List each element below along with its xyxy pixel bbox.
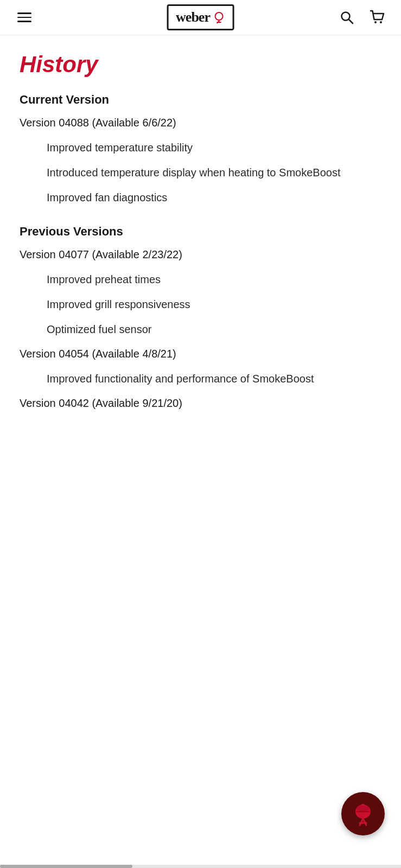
version-04088-label: Version 04088 (Available 6/6/22) [20,117,381,129]
list-item: Improved functionality and performance o… [47,371,381,386]
version-04054-label: Version 04054 (Available 4/8/21) [20,348,381,360]
hamburger-icon [15,10,34,24]
version-block-04042: Version 04042 (Available 9/21/20) [20,397,381,410]
version-04054-bullets: Improved functionality and performance o… [20,371,381,386]
version-04042-label: Version 04042 (Available 9/21/20) [20,397,381,410]
svg-line-3 [217,21,219,23]
logo-box: weber [167,4,234,30]
scrollbar-thumb [0,865,132,868]
fab-chat-button[interactable] [341,792,385,835]
svg-rect-13 [361,804,365,806]
fab-grill-icon [351,801,375,826]
version-04077-label: Version 04077 (Available 2/23/22) [20,248,381,261]
current-version-section: Current Version Version 04088 (Available… [20,93,381,205]
list-item: Improved preheat times [47,272,381,287]
main-content: History Current Version Version 04088 (A… [0,35,401,453]
previous-versions-section: Previous Versions Version 04077 (Availab… [20,225,381,410]
svg-line-10 [363,819,366,825]
header: weber [0,0,401,35]
svg-point-0 [215,12,223,20]
cart-button[interactable] [367,8,388,27]
version-block-04088: Version 04088 (Available 6/6/22) Improve… [20,117,381,205]
logo: weber [167,4,234,30]
list-item: Improved fan diagnostics [47,190,381,205]
svg-point-12 [357,806,370,811]
search-icon [339,10,354,25]
search-button[interactable] [337,8,357,27]
current-version-heading: Current Version [20,93,381,107]
svg-point-7 [380,21,382,23]
list-item: Improved grill responsiveness [47,297,381,312]
cart-icon [370,10,386,25]
version-04088-bullets: Improved temperature stability Introduce… [20,140,381,205]
svg-point-6 [374,21,377,23]
list-item: Improved temperature stability [47,140,381,155]
svg-point-14 [355,811,371,813]
previous-versions-heading: Previous Versions [20,225,381,239]
version-04077-bullets: Improved preheat times Improved grill re… [20,272,381,337]
svg-line-5 [349,20,353,23]
version-block-04054: Version 04054 (Available 4/8/21) Improve… [20,348,381,386]
svg-line-9 [360,819,363,825]
hamburger-menu-button[interactable] [13,8,36,27]
grill-icon [213,11,225,23]
header-right-icons [337,8,388,27]
bottom-scrollbar[interactable] [0,865,401,868]
list-item: Introduced temperature display when heat… [47,165,381,180]
page-title: History [20,52,381,78]
version-block-04077: Version 04077 (Available 2/23/22) Improv… [20,248,381,337]
list-item: Optimized fuel sensor [47,322,381,337]
logo-text: weber [176,9,210,25]
